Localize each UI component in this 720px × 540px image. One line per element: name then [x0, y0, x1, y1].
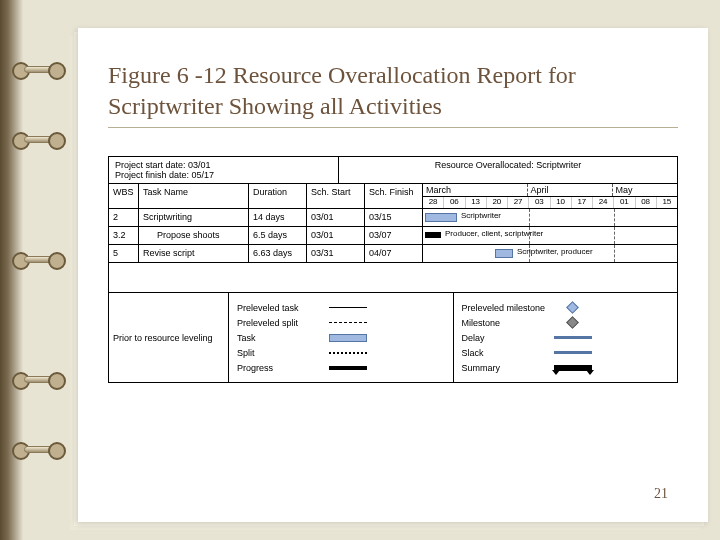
- month-may: May: [613, 184, 678, 196]
- cell-task: Revise script: [139, 245, 249, 262]
- day-col: 27: [508, 197, 529, 208]
- project-finish-date: Project finish date: 05/17: [115, 170, 332, 180]
- day-col: 08: [636, 197, 657, 208]
- cell-duration: 14 days: [249, 209, 307, 226]
- col-dur: Duration: [249, 184, 307, 208]
- cell-task: Propose shoots: [139, 227, 249, 244]
- cell-task: Scriptwriting: [139, 209, 249, 226]
- legend-item: Milestone: [462, 316, 670, 329]
- col-start: Sch. Start: [307, 184, 365, 208]
- cell-start: 03/01: [307, 227, 365, 244]
- cell-gantt: Scriptwriter: [423, 209, 677, 226]
- cell-finish: 03/15: [365, 209, 423, 226]
- day-col: 03: [529, 197, 550, 208]
- slide-page: Figure 6 -12 Resource Overallocation Rep…: [78, 28, 708, 522]
- gantt-bar: [425, 213, 457, 222]
- gantt-bar: [425, 232, 441, 238]
- day-col: 15: [657, 197, 677, 208]
- day-col: 28: [423, 197, 444, 208]
- cell-duration: 6.5 days: [249, 227, 307, 244]
- month-march: March: [423, 184, 528, 196]
- day-col: 24: [593, 197, 614, 208]
- figure-title: Figure 6 -12 Resource Overallocation Rep…: [108, 60, 678, 128]
- col-wbs: WBS: [109, 184, 139, 208]
- gantt-resources: Producer, client, scriptwriter: [445, 229, 543, 238]
- legend: Prior to resource leveling Preleveled ta…: [109, 293, 677, 382]
- table-row: 2Scriptwriting14 days03/0103/15Scriptwri…: [109, 209, 677, 227]
- legend-item: Preleveled milestone: [462, 301, 670, 314]
- cell-wbs: 3.2: [109, 227, 139, 244]
- table-row: 3.2Propose shoots6.5 days03/0103/07Produ…: [109, 227, 677, 245]
- col-fin: Sch. Finish: [365, 184, 423, 208]
- legend-item: Delay: [462, 331, 670, 344]
- legend-item: Preleveled task: [237, 301, 445, 314]
- legend-item: Split: [237, 346, 445, 359]
- cell-duration: 6.63 days: [249, 245, 307, 262]
- legend-item: Task: [237, 331, 445, 344]
- legend-item: Progress: [237, 361, 445, 374]
- cell-wbs: 5: [109, 245, 139, 262]
- day-col: 13: [466, 197, 487, 208]
- column-headers: WBS Task Name Duration Sch. Start Sch. F…: [109, 184, 677, 209]
- col-task: Task Name: [139, 184, 249, 208]
- legend-item: Preleveled split: [237, 316, 445, 329]
- day-col: 06: [444, 197, 465, 208]
- cell-gantt: Scriptwriter, producer: [423, 245, 677, 262]
- day-col: 01: [614, 197, 635, 208]
- project-start-date: Project start date: 03/01: [115, 160, 332, 170]
- cell-wbs: 2: [109, 209, 139, 226]
- table-row: 5Revise script6.63 days03/3104/07Scriptw…: [109, 245, 677, 263]
- gantt-resources: Scriptwriter: [461, 211, 501, 220]
- report-table: Project start date: 03/01 Project finish…: [108, 156, 678, 383]
- gantt-bar: [495, 249, 513, 258]
- gantt-resources: Scriptwriter, producer: [517, 247, 593, 256]
- month-april: April: [528, 184, 613, 196]
- legend-item: Summary: [462, 361, 670, 374]
- cell-finish: 04/07: [365, 245, 423, 262]
- day-col: 20: [487, 197, 508, 208]
- day-col: 17: [572, 197, 593, 208]
- cell-gantt: Producer, client, scriptwriter: [423, 227, 677, 244]
- cell-start: 03/01: [307, 209, 365, 226]
- legend-left-label: Prior to resource leveling: [109, 293, 229, 382]
- legend-item: Slack: [462, 346, 670, 359]
- day-col: 10: [551, 197, 572, 208]
- page-number: 21: [654, 486, 668, 502]
- timeline-header: March April May 280613202703101724010815: [423, 184, 677, 208]
- cell-start: 03/31: [307, 245, 365, 262]
- overallocated-label: Resource Overallocated: Scriptwriter: [339, 157, 677, 183]
- cell-finish: 03/07: [365, 227, 423, 244]
